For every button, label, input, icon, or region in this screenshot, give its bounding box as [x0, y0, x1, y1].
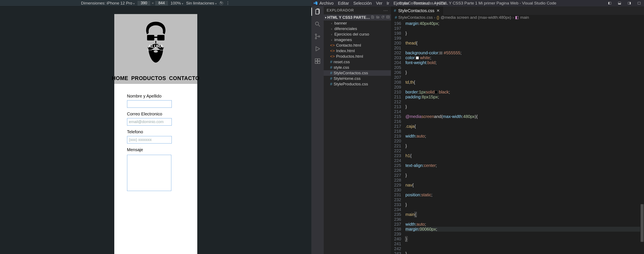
- chevron-down-icon: ▾: [325, 16, 326, 19]
- dims-x: ×: [152, 1, 154, 6]
- close-icon[interactable]: ✕: [436, 8, 440, 13]
- device-width-input[interactable]: [138, 1, 150, 6]
- svg-rect-18: [318, 59, 320, 61]
- search-icon[interactable]: [314, 21, 321, 27]
- layout-icon[interactable]: [634, 0, 644, 6]
- css-file-icon: #: [394, 8, 396, 13]
- devtools-more-icon[interactable]: ⋮: [226, 1, 230, 6]
- split-left-icon[interactable]: [605, 0, 615, 6]
- braces-icon: {}: [436, 15, 439, 20]
- code-editor[interactable]: 1961971981992002012022032042052062072082…: [391, 20, 644, 254]
- logo-year-left: ESTD: [147, 49, 152, 51]
- breadcrumb-main[interactable]: main: [520, 15, 529, 20]
- tree-file-stylehome[interactable]: #StyleHome.css: [324, 76, 391, 81]
- input-correo[interactable]: [127, 118, 172, 126]
- split-bottom-icon[interactable]: [615, 0, 624, 6]
- svg-point-12: [316, 22, 318, 25]
- html-file-icon: <>: [330, 48, 335, 53]
- vscode-logo-icon: [314, 1, 318, 5]
- menu-seleccion[interactable]: Selección: [353, 1, 372, 6]
- input-telefono[interactable]: [127, 136, 172, 144]
- breadcrumb-file[interactable]: StyleContactos.css: [398, 15, 433, 20]
- preview-form: Nombre y Apellido Correo Electronico Tel…: [114, 84, 197, 205]
- tree-file-index[interactable]: <>Index.html: [324, 48, 391, 54]
- tree-folder-diferenciales[interactable]: ›diferenciales: [324, 26, 391, 32]
- new-folder-icon[interactable]: [376, 15, 380, 20]
- tree-folder-ejercicios[interactable]: ›Ejercicios del curso: [324, 32, 391, 37]
- element-icon: ◧: [515, 15, 519, 20]
- tree-file-styleproductos[interactable]: #StyleProductos.css: [324, 81, 391, 87]
- breadcrumbs[interactable]: # StyleContactos.css › {} @media screen …: [391, 15, 644, 20]
- tree-file-productos[interactable]: <>Productos.html: [324, 54, 391, 59]
- menu-ir[interactable]: Ir: [387, 1, 389, 6]
- nav-link-contacto[interactable]: CONTACTO: [169, 75, 200, 81]
- svg-rect-1: [157, 35, 164, 40]
- svg-rect-17: [315, 59, 317, 61]
- svg-point-16: [318, 36, 320, 37]
- new-file-icon[interactable]: [371, 15, 374, 20]
- svg-point-15: [315, 38, 316, 39]
- svg-point-14: [315, 34, 316, 35]
- nav-link-home[interactable]: HOME: [112, 75, 128, 81]
- textarea-mensaje[interactable]: [127, 155, 171, 191]
- menu-ver[interactable]: Ver: [376, 1, 382, 6]
- input-nombre[interactable]: [127, 100, 172, 108]
- svg-line-13: [318, 25, 320, 26]
- sidebar-header: EXPLORADOR ···: [324, 6, 391, 14]
- css-file-icon: #: [330, 60, 332, 64]
- svg-rect-10: [630, 2, 630, 4]
- window-buttons: [605, 0, 644, 6]
- device-dropdown[interactable]: Dimensiones: iPhone 12 Pro: [81, 1, 135, 6]
- chevron-right-icon: ›: [434, 15, 435, 20]
- project-name: HTML Y CSS3 PARTE 1 M...: [327, 15, 370, 20]
- nav-link-productos[interactable]: PRODUCTOS: [131, 75, 166, 81]
- editor-tabbar: # StyleContactos.css ✕: [391, 6, 644, 15]
- device-stage: ALURA ESTD 2020 HOME PRODUCTOS CONTACTO …: [0, 6, 311, 254]
- collapse-icon[interactable]: [386, 15, 390, 20]
- tree-folder-banner[interactable]: ›banner: [324, 20, 391, 26]
- source-control-icon[interactable]: [314, 33, 321, 40]
- tree-file-style[interactable]: #style.css: [324, 65, 391, 70]
- tree-folder-imagenes[interactable]: ›imagenes: [324, 37, 391, 42]
- run-debug-icon[interactable]: [314, 46, 321, 52]
- css-file-icon: #: [395, 15, 397, 20]
- svg-point-4: [154, 50, 158, 52]
- label-telefono: Telefono: [127, 130, 184, 134]
- rotate-icon[interactable]: [220, 1, 223, 5]
- tab-label: StyleContactos.css: [398, 8, 434, 13]
- menu-archivo[interactable]: Archivo: [320, 1, 334, 6]
- tree-file-reset[interactable]: #reset.css: [324, 59, 391, 65]
- project-row[interactable]: ▾ HTML Y CSS3 PARTE 1 M...: [324, 14, 391, 20]
- vscode-pane: Archivo Editar Selección Ver Ir Ejecutar…: [311, 0, 644, 254]
- device-height-input[interactable]: [155, 1, 168, 6]
- extensions-icon[interactable]: [314, 58, 321, 64]
- label-nombre: Nombre y Apellido: [127, 94, 184, 98]
- device-frame: ALURA ESTD 2020 HOME PRODUCTOS CONTACTO …: [114, 14, 197, 254]
- svg-rect-8: [618, 4, 621, 4]
- svg-rect-0: [147, 35, 154, 40]
- explorer-icon[interactable]: [314, 8, 321, 15]
- css-file-icon: #: [330, 76, 332, 81]
- refresh-icon[interactable]: [381, 15, 384, 20]
- window-title: StyleContactos.css - HTML Y CSS3 Parte 1…: [399, 1, 556, 6]
- sidebar-more-icon[interactable]: ···: [384, 8, 388, 13]
- preview-nav: HOME PRODUCTOS CONTACTO: [114, 72, 197, 84]
- activitybar: [311, 6, 324, 254]
- svg-rect-6: [608, 2, 609, 4]
- file-tree: ▾ HTML Y CSS3 PARTE 1 M... ›banner ›dife…: [324, 14, 391, 254]
- split-right-icon[interactable]: [624, 0, 634, 6]
- editor-tab[interactable]: # StyleContactos.css ✕: [391, 6, 443, 15]
- throttle-dropdown[interactable]: Sin limitaciones: [186, 1, 217, 6]
- menu-editar[interactable]: Editar: [338, 1, 349, 6]
- svg-rect-11: [638, 2, 640, 4]
- zoom-dropdown[interactable]: 100%: [170, 1, 184, 6]
- breadcrumb-media[interactable]: @media screen and (max-width:480px): [440, 15, 511, 20]
- tree-file-stylecontactos[interactable]: #StyleContactos.css: [324, 70, 391, 76]
- tree-file-contacto[interactable]: <>Contacto.html: [324, 42, 391, 48]
- devtools-toolbar: Dimensiones: iPhone 12 Pro × 100% Sin li…: [0, 0, 311, 6]
- logo-year-right: 2020: [160, 49, 164, 51]
- code-area[interactable]: margin: 40px 40px; } thead{ background-c…: [403, 20, 640, 254]
- css-file-icon: #: [330, 82, 332, 86]
- editor-scrollbar[interactable]: [640, 20, 644, 254]
- svg-rect-20: [318, 61, 320, 64]
